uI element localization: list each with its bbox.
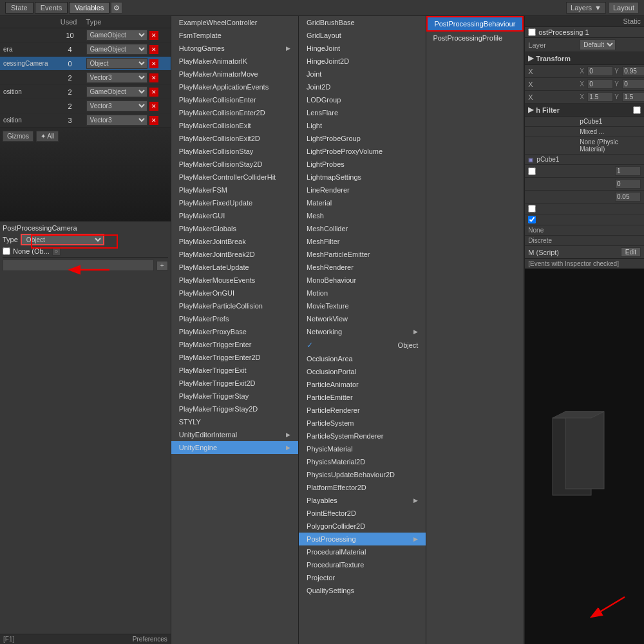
type-dropdown-5[interactable]: Vector3 xyxy=(86,100,147,111)
right-menu-item-31[interactable]: ParticleSystem xyxy=(299,417,426,430)
right-menu-item-11[interactable]: LightProbes xyxy=(299,158,426,171)
type-dropdown-6[interactable]: Vector3 xyxy=(86,115,147,126)
val1-field[interactable] xyxy=(615,166,641,176)
right-menu-item-9[interactable]: LightProbeGroup xyxy=(299,132,426,145)
right-menu-item-5[interactable]: Joint2D xyxy=(299,80,426,93)
remove-var-button-3[interactable]: ✕ xyxy=(149,73,158,82)
mesh-filter-checkbox[interactable] xyxy=(633,106,641,114)
left-menu-item-11[interactable]: PlayMakerCollisionStay2D xyxy=(171,158,298,171)
submenu-item-1[interactable]: PostProcessingProfile xyxy=(426,32,524,44)
right-menu-item-20[interactable]: MonoBehaviour xyxy=(299,274,426,287)
left-menu-item-12[interactable]: PlayMakerControllerColliderHit xyxy=(171,171,298,184)
pos-y-field[interactable] xyxy=(622,66,644,76)
right-menu-item-21[interactable]: Motion xyxy=(299,287,426,299)
right-menu-item-40[interactable]: PostProcessing▶ xyxy=(299,533,426,545)
right-menu-item-22[interactable]: MovieTexture xyxy=(299,299,426,312)
right-menu-item-12[interactable]: LightmapSettings xyxy=(299,171,426,184)
right-menu-item-10[interactable]: LightProbeProxyVolume xyxy=(299,145,426,158)
right-menu-item-8[interactable]: Light xyxy=(299,119,426,132)
right-menu-item-0[interactable]: GridBrushBase xyxy=(299,16,426,29)
val3-field[interactable] xyxy=(615,192,641,202)
remove-var-button-6[interactable]: ✕ xyxy=(149,116,158,125)
right-menu-item-14[interactable]: Material xyxy=(299,196,426,209)
remove-var-button-4[interactable]: ✕ xyxy=(149,88,158,97)
left-menu-item-32[interactable]: UnityEditorInternal▶ xyxy=(171,428,298,441)
left-menu-item-17[interactable]: PlayMakerJointBreak xyxy=(171,235,298,248)
type-dropdown-0[interactable]: GameObject xyxy=(86,30,147,41)
type-dropdown-3[interactable]: Vector3 xyxy=(86,72,147,83)
layers-dropdown[interactable]: Layers ▼ xyxy=(566,2,606,14)
misc-checkbox1[interactable] xyxy=(528,205,536,213)
rot-x-field[interactable] xyxy=(587,79,613,89)
left-menu-item-7[interactable]: PlayMakerCollisionEnter2D xyxy=(171,106,298,119)
left-menu-item-25[interactable]: PlayMakerTriggerEnter xyxy=(171,338,298,351)
right-menu-item-24[interactable]: Networking▶ xyxy=(299,325,426,338)
left-menu-item-3[interactable]: PlayMakerAnimatorIK xyxy=(171,55,298,68)
remove-var-button-0[interactable]: ✕ xyxy=(149,31,158,40)
right-menu-item-2[interactable]: HingeJoint xyxy=(299,42,426,55)
tab-events[interactable]: Events xyxy=(35,2,68,14)
active-checkbox[interactable] xyxy=(528,28,536,36)
left-menu-item-16[interactable]: PlayMakerGlobals xyxy=(171,222,298,235)
right-menu-item-3[interactable]: HingeJoint2D xyxy=(299,55,426,68)
right-menu-item-41[interactable]: ProceduralMaterial xyxy=(299,545,426,558)
pos-x-field[interactable] xyxy=(587,66,613,76)
misc-checkbox2[interactable] xyxy=(528,216,536,223)
right-menu-item-42[interactable]: ProceduralTexture xyxy=(299,558,426,571)
left-menu-item-27[interactable]: PlayMakerTriggerExit xyxy=(171,364,298,377)
left-menu-item-15[interactable]: PlayMakerGUI xyxy=(171,209,298,222)
submenu-item-0[interactable]: PostProcessingBehaviour xyxy=(426,16,524,32)
right-menu-item-35[interactable]: PhysicsUpdateBehaviour2D xyxy=(299,468,426,481)
remove-var-button-2[interactable]: ✕ xyxy=(149,59,158,68)
tab-state[interactable]: State xyxy=(5,2,33,14)
left-menu-item-20[interactable]: PlayMakerMouseEvents xyxy=(171,274,298,287)
layer-select[interactable]: Default xyxy=(580,39,616,50)
left-menu-item-23[interactable]: PlayMakerPrefs xyxy=(171,312,298,325)
right-menu-item-23[interactable]: NetworkView xyxy=(299,312,426,325)
pp-add-button[interactable]: + xyxy=(156,261,168,270)
left-menu-item-5[interactable]: PlayMakerApplicationEvents xyxy=(171,80,298,93)
scale-y-field[interactable] xyxy=(622,92,644,102)
right-menu-item-27[interactable]: OcclusionPortal xyxy=(299,365,426,378)
gear-button[interactable]: ⚙ xyxy=(111,2,122,14)
gizmos-button[interactable]: Gizmos xyxy=(3,131,33,142)
right-menu-item-29[interactable]: ParticleEmitter xyxy=(299,391,426,404)
layout-button[interactable]: Layout xyxy=(609,2,639,14)
right-menu-item-44[interactable]: QualitySettings xyxy=(299,584,426,597)
pp-checkbox[interactable] xyxy=(3,247,10,255)
right-menu-item-36[interactable]: PlatformEffector2D xyxy=(299,481,426,494)
left-menu-item-22[interactable]: PlayMakerParticleCollision xyxy=(171,299,298,312)
tab-variables[interactable]: Variables xyxy=(69,2,109,14)
left-menu-item-4[interactable]: PlayMakerAnimatorMove xyxy=(171,68,298,80)
right-menu-item-32[interactable]: ParticleSystemRenderer xyxy=(299,430,426,442)
remove-var-button-5[interactable]: ✕ xyxy=(149,102,158,111)
left-menu-item-0[interactable]: ExampleWheelController xyxy=(171,16,298,29)
right-menu-item-1[interactable]: GridLayout xyxy=(299,29,426,42)
left-menu-item-19[interactable]: PlayMakerLateUpdate xyxy=(171,261,298,274)
edit-button[interactable]: Edit xyxy=(621,247,641,257)
left-menu-item-9[interactable]: PlayMakerCollisionExit2D xyxy=(171,132,298,145)
left-menu-item-18[interactable]: PlayMakerJointBreak2D xyxy=(171,248,298,261)
type-dropdown-1[interactable]: GameObject xyxy=(86,44,147,55)
left-menu-item-29[interactable]: PlayMakerTriggerStay xyxy=(171,390,298,402)
left-menu-item-6[interactable]: PlayMakerCollisionEnter xyxy=(171,93,298,106)
gizmos-all-button[interactable]: ✦ All xyxy=(36,131,59,142)
right-menu-item-19[interactable]: MeshRenderer xyxy=(299,261,426,274)
right-menu-item-30[interactable]: ParticleRenderer xyxy=(299,404,426,417)
left-menu-item-14[interactable]: PlayMakerFixedUpdate xyxy=(171,196,298,209)
left-menu-item-30[interactable]: PlayMakerTriggerStay2D xyxy=(171,402,298,415)
val2-field[interactable] xyxy=(615,179,641,189)
type-select[interactable]: Object xyxy=(21,234,104,245)
right-menu-item-28[interactable]: ParticleAnimator xyxy=(299,378,426,391)
left-menu-item-8[interactable]: PlayMakerCollisionExit xyxy=(171,119,298,132)
left-menu-item-10[interactable]: PlayMakerCollisionStay xyxy=(171,145,298,158)
left-menu-item-21[interactable]: PlayMakerOnGUI xyxy=(171,287,298,299)
scale-x-field[interactable] xyxy=(587,92,613,102)
left-menu-item-2[interactable]: HutongGames▶ xyxy=(171,42,298,55)
rot-y-field[interactable] xyxy=(622,79,644,89)
right-menu-item-18[interactable]: MeshParticleEmitter xyxy=(299,248,426,261)
right-menu-item-33[interactable]: PhysicMaterial xyxy=(299,442,426,455)
right-menu-item-25[interactable]: ✓Object xyxy=(299,338,426,352)
type-dropdown-4[interactable]: GameObject xyxy=(86,86,147,97)
right-menu-item-7[interactable]: LensFlare xyxy=(299,106,426,119)
